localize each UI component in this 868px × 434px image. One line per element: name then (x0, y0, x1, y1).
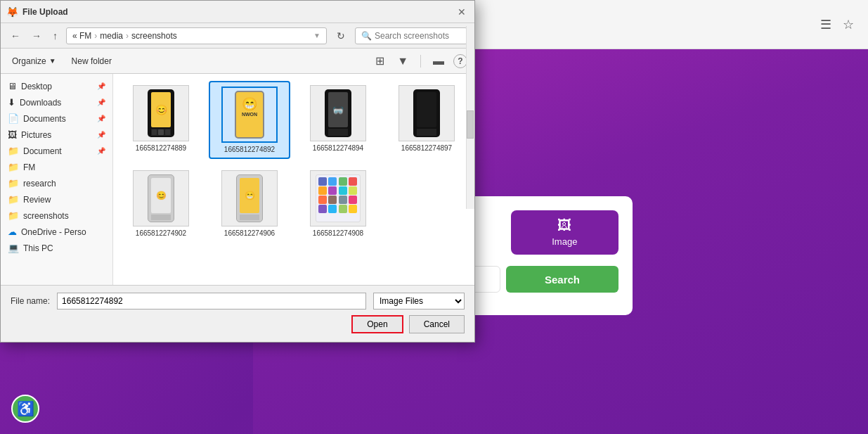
breadcrumb-sep2: › (126, 31, 129, 41)
filetype-select[interactable]: Image Files (373, 293, 465, 309)
onedrive-label: OneDrive - Perso (21, 227, 86, 237)
file-name-1: 1665812274889 (136, 144, 186, 152)
review-label: Review (23, 195, 51, 205)
this-pc-icon: 💻 (8, 243, 19, 253)
sidebar-item-desktop[interactable]: 🖥 Desktop 📌 (1, 78, 112, 94)
filename-label: File name: (11, 296, 50, 306)
screenshots-icon: 📁 (8, 210, 19, 221)
search-button[interactable]: Search (506, 266, 618, 293)
reader-icon[interactable]: ☰ (820, 17, 831, 32)
file-item-3[interactable]: 🥽 1665812274894 (297, 81, 379, 159)
tab-image[interactable]: 🖼 Image (511, 210, 618, 255)
research-icon: 📁 (8, 178, 19, 189)
screenshots-label: screenshots (23, 211, 69, 221)
sidebar-item-review[interactable]: 📁 Review (1, 191, 112, 208)
sidebar-item-this-pc[interactable]: 💻 This PC (1, 240, 112, 256)
breadcrumb[interactable]: « FM › media › screenshots ▼ (66, 27, 327, 44)
forward-button[interactable]: → (29, 29, 44, 43)
sidebar-item-screenshots[interactable]: 📁 screenshots (1, 208, 112, 224)
file-item-6[interactable]: 😁 1665812274906 (209, 166, 290, 241)
sidebar-item-onedrive[interactable]: ☁ OneDrive - Perso (1, 224, 112, 240)
view-button-grid[interactable]: ⊞ (372, 53, 388, 69)
breadcrumb-dropdown-icon[interactable]: ▼ (313, 32, 320, 39)
file-grid: 😊 1665812274889 (120, 81, 467, 241)
fm-label: FM (23, 162, 35, 172)
file-name-6: 1665812274906 (224, 229, 275, 237)
file-thumb-6: 😁 (221, 170, 278, 226)
document-folder-label: Document (23, 146, 62, 156)
file-upload-dialog: 🦊 File Upload ✕ ← → ↑ « FM › media › scr… (0, 0, 478, 345)
dialog-body: 🖥 Desktop 📌 ⬇ Downloads 📌 📄 Documents 📌 (1, 74, 474, 285)
fm-icon: 📁 (8, 162, 19, 172)
document-folder-icon: 📁 (8, 146, 19, 156)
pin-icon-documents: 📌 (97, 115, 105, 122)
file-item-1[interactable]: 😊 1665812274889 (120, 81, 202, 159)
sidebar-item-downloads[interactable]: ⬇ Downloads 📌 (1, 94, 112, 110)
image-tab-label: Image (552, 236, 577, 247)
dialog-close-button[interactable]: ✕ (455, 5, 469, 19)
dialog-window: 🦊 File Upload ✕ ← → ↑ « FM › media › scr… (0, 0, 475, 343)
file-name-5: 1665812274902 (136, 229, 186, 237)
up-button[interactable]: ↑ (50, 29, 60, 43)
browser-toolbar-icons: ☰ ☆ (820, 17, 854, 32)
organize-label: Organize (12, 56, 46, 66)
documents-label: Documents (23, 114, 66, 124)
file-item-7[interactable]: 1665812274908 (297, 166, 379, 241)
sidebar-item-documents[interactable]: 📄 Documents 📌 (1, 110, 112, 127)
file-item-5[interactable]: 😊 1665812274902 (120, 166, 202, 241)
breadcrumb-sep1: › (94, 31, 97, 41)
file-thumb-4 (399, 85, 455, 141)
pin-icon-document-folder: 📌 (97, 147, 105, 155)
open-button[interactable]: Open (351, 315, 403, 333)
file-thumb-5: 😊 (133, 170, 189, 226)
pin-icon-pictures: 📌 (97, 131, 105, 139)
new-folder-button[interactable]: New folder (66, 54, 117, 68)
organize-dropdown-icon: ▼ (49, 57, 56, 65)
sidebar-item-pictures[interactable]: 🖼 Pictures 📌 (1, 127, 112, 143)
downloads-label: Downloads (20, 98, 61, 108)
sidebar-item-research[interactable]: 📁 research (1, 175, 112, 191)
bookmark-icon[interactable]: ☆ (843, 17, 854, 32)
dialog-search-box: 🔍 (355, 27, 467, 44)
image-tab-icon: 🖼 (557, 217, 571, 234)
review-icon: 📁 (8, 194, 19, 205)
research-label: research (23, 179, 56, 189)
sidebar-item-document-folder[interactable]: 📁 Document 📌 (1, 143, 112, 159)
pin-icon-desktop: 📌 (97, 82, 105, 90)
documents-icon: 📄 (8, 113, 19, 124)
dialog-title-text: File Upload (22, 7, 451, 17)
file-name-4: 1665812274897 (401, 144, 452, 152)
dialog-bottom: File name: Image Files Open Cancel (1, 285, 474, 340)
pictures-label: Pictures (21, 130, 51, 140)
breadcrumb-part1: « FM (72, 31, 91, 41)
refresh-button[interactable]: ↻ (332, 29, 349, 43)
desktop-icon: 🖥 (8, 81, 17, 91)
search-glass-icon: 🔍 (361, 31, 372, 41)
dialog-nav-toolbar: ← → ↑ « FM › media › screenshots ▼ ↻ 🔍 (1, 23, 474, 49)
dialog-action-toolbar: Organize ▼ New folder ⊞ ▼ ▬ ? (1, 49, 474, 74)
file-thumb-1: 😊 (133, 85, 189, 141)
file-item-4[interactable]: 1665812274897 (386, 81, 467, 159)
accessibility-button[interactable]: ♿ (11, 395, 39, 423)
pictures-icon: 🖼 (8, 129, 17, 140)
back-button[interactable]: ← (8, 29, 23, 43)
pin-icon-downloads: 📌 (97, 98, 105, 106)
file-thumb-3: 🥽 (310, 85, 366, 141)
dialog-search-input[interactable] (375, 31, 459, 41)
filename-input[interactable] (57, 293, 366, 309)
file-name-2: 1665812274892 (224, 146, 275, 153)
file-name-3: 1665812274894 (313, 144, 363, 152)
cancel-button[interactable]: Cancel (409, 315, 465, 333)
file-name-7: 1665812274908 (313, 229, 363, 237)
organize-button[interactable]: Organize ▼ (8, 54, 60, 68)
dialog-titlebar: 🦊 File Upload ✕ (1, 1, 474, 23)
file-item-2[interactable]: 😁 NWON 1665812274892 (209, 81, 290, 159)
file-thumb-7 (310, 170, 366, 226)
firefox-icon: 🦊 (6, 6, 18, 18)
file-thumb-2: 😁 NWON (221, 87, 278, 143)
view-button-pane[interactable]: ▬ (429, 53, 448, 69)
downloads-icon: ⬇ (8, 97, 15, 108)
view-button-dropdown[interactable]: ▼ (394, 53, 412, 69)
sidebar-item-fm[interactable]: 📁 FM (1, 159, 112, 175)
help-button[interactable]: ? (453, 54, 467, 68)
